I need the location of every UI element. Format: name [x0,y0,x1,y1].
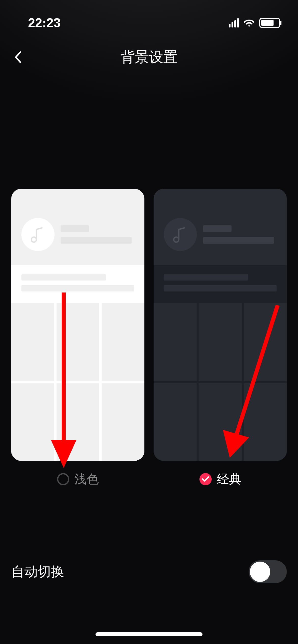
radio-selected-icon[interactable] [199,473,212,485]
theme-option-classic[interactable]: 经典 [154,189,287,487]
theme-label-light[interactable]: 浅色 [57,471,99,487]
nav-header: 背景设置 [0,41,298,74]
battery-icon [259,18,280,28]
theme-preview-classic [154,189,287,461]
auto-switch-row: 自动切换 [11,557,287,587]
theme-preview-light [11,189,144,461]
theme-text-classic: 经典 [217,471,241,487]
status-time: 22:23 [28,16,61,30]
music-note-icon [164,218,197,251]
theme-option-light[interactable]: 浅色 [11,189,144,487]
auto-switch-label: 自动切换 [11,563,64,581]
page-title: 背景设置 [120,48,178,67]
signal-icon [229,18,239,27]
status-bar: 22:23 [0,0,298,36]
radio-unselected-icon[interactable] [57,473,69,485]
music-note-icon [21,218,55,251]
theme-text-light: 浅色 [74,471,99,487]
home-indicator[interactable] [96,632,202,636]
theme-label-classic[interactable]: 经典 [199,471,241,487]
status-indicators [229,18,280,28]
auto-switch-toggle[interactable] [249,560,287,583]
theme-options: 浅色 [11,189,287,487]
wifi-icon [243,18,255,27]
back-button[interactable] [10,50,25,65]
